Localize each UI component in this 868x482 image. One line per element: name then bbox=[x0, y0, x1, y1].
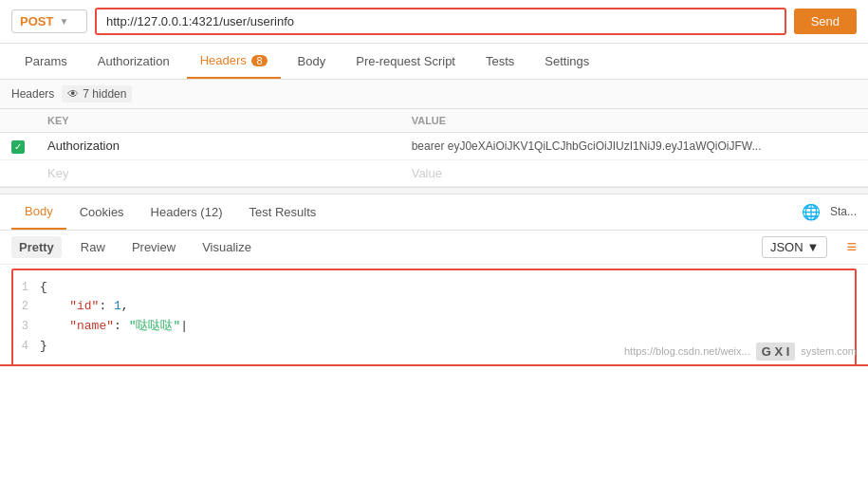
globe-icon: 🌐 bbox=[802, 203, 821, 221]
hidden-count: 7 hidden bbox=[83, 87, 126, 101]
headers-badge: 8 bbox=[251, 55, 267, 66]
row-value[interactable]: bearer eyJ0eXAiOiJKV1QiLCJhbGciOiJIUzI1N… bbox=[400, 133, 868, 160]
fmt-visualize[interactable]: Visualize bbox=[194, 236, 259, 258]
method-arrow-icon: ▼ bbox=[59, 16, 68, 27]
code-line-1: 1 { bbox=[13, 278, 855, 298]
eye-icon: 👁 bbox=[67, 87, 79, 101]
method-label: POST bbox=[20, 14, 53, 28]
checkbox-col bbox=[0, 109, 36, 133]
value-placeholder: Value bbox=[412, 166, 442, 180]
tab-headers[interactable]: Headers 8 bbox=[187, 44, 281, 79]
hidden-badge: 👁 7 hidden bbox=[62, 85, 132, 102]
value-col-header: VALUE bbox=[400, 109, 868, 133]
red-underline-decoration bbox=[0, 364, 868, 366]
gxi-logo: G X I bbox=[756, 343, 796, 361]
format-bar: Pretty Raw Preview Visualize JSON ▼ ≡ bbox=[0, 231, 868, 265]
status-text: Sta... bbox=[830, 205, 857, 218]
checked-icon: ✓ bbox=[11, 140, 25, 154]
headers-bar: Headers 👁 7 hidden bbox=[0, 80, 868, 109]
new-key-input[interactable]: Key bbox=[36, 159, 400, 186]
section-divider bbox=[0, 187, 868, 195]
table-row: ✓ Authorization bearer eyJ0eXAiOiJKV1QiL… bbox=[0, 133, 868, 160]
url-input[interactable] bbox=[95, 8, 786, 35]
system-text: system.com bbox=[801, 345, 857, 357]
response-tabs: Body Cookies Headers (12) Test Results 🌐… bbox=[0, 195, 868, 231]
code-line-3: 3 "name": "哒哒哒"| bbox=[13, 317, 855, 337]
tab-tests[interactable]: Tests bbox=[472, 45, 527, 78]
table-row-empty: Key Value bbox=[0, 159, 868, 186]
watermark: https://blog.csdn.net/weix... G X I syst… bbox=[624, 343, 857, 361]
resp-tab-cookies[interactable]: Cookies bbox=[66, 195, 138, 229]
json-format-select[interactable]: JSON ▼ bbox=[762, 236, 828, 258]
code-line-2: 2 "id": 1, bbox=[13, 297, 855, 317]
tab-body[interactable]: Body bbox=[285, 45, 340, 78]
tab-params[interactable]: Params bbox=[11, 45, 81, 78]
tab-authorization[interactable]: Authorization bbox=[84, 45, 183, 78]
method-select[interactable]: POST ▼ bbox=[11, 9, 87, 33]
key-placeholder: Key bbox=[47, 166, 68, 180]
key-col-header: KEY bbox=[36, 109, 400, 133]
fmt-preview[interactable]: Preview bbox=[124, 236, 183, 258]
row-checkbox[interactable]: ✓ bbox=[0, 133, 36, 160]
response-status-area: 🌐 Sta... bbox=[802, 203, 857, 221]
resp-tab-testresults[interactable]: Test Results bbox=[235, 195, 329, 229]
resp-tab-body[interactable]: Body bbox=[11, 195, 66, 230]
tab-prerequest[interactable]: Pre-request Script bbox=[342, 45, 469, 78]
top-bar: POST ▼ Send bbox=[0, 0, 868, 44]
headers-label: Headers bbox=[11, 87, 54, 101]
fmt-raw[interactable]: Raw bbox=[73, 236, 113, 258]
new-value-input[interactable]: Value bbox=[400, 159, 868, 186]
row-key[interactable]: Authorization bbox=[36, 133, 400, 160]
resp-tab-headers[interactable]: Headers (12) bbox=[138, 195, 236, 229]
json-arrow-icon: ▼ bbox=[807, 240, 820, 254]
send-button[interactable]: Send bbox=[794, 9, 857, 34]
watermark-url: https://blog.csdn.net/weix... bbox=[624, 345, 750, 357]
headers-table: KEY VALUE ✓ Authorization bearer eyJ0eXA… bbox=[0, 109, 868, 187]
fmt-pretty[interactable]: Pretty bbox=[11, 236, 62, 258]
format-align-icon[interactable]: ≡ bbox=[846, 237, 857, 257]
value-text: bearer eyJ0eXAiOiJKV1QiLCJhbGciOiJIUzI1N… bbox=[412, 139, 762, 153]
request-tabs: Params Authorization Headers 8 Body Pre-… bbox=[0, 44, 868, 80]
tab-settings[interactable]: Settings bbox=[531, 45, 602, 78]
